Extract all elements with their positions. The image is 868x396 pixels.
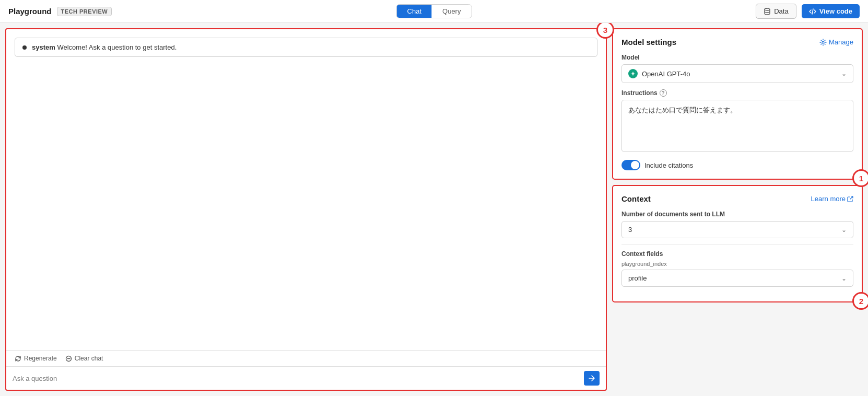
send-button[interactable] (584, 371, 600, 386)
system-message-text: Welcome! Ask a question to get started. (55, 43, 177, 51)
model-dropdown-chevron: ⌄ (841, 70, 847, 77)
chat-input[interactable] (13, 375, 580, 382)
send-icon (588, 375, 595, 382)
svg-point-0 (765, 8, 770, 10)
learn-more-label: Learn more (811, 195, 846, 203)
context-card-header: Context Learn more (621, 194, 853, 203)
model-settings-badge: 1 (852, 169, 868, 187)
database-icon (764, 8, 771, 15)
clear-chat-label: Clear chat (75, 355, 103, 362)
learn-more-link[interactable]: Learn more (811, 195, 853, 203)
model-field-label: Model (621, 54, 853, 61)
manage-label: Manage (829, 38, 853, 46)
regenerate-label: Regenerate (24, 355, 57, 362)
model-value: OpenAI GPT-4o (642, 70, 690, 78)
openai-icon (628, 69, 638, 78)
citations-toggle[interactable] (621, 160, 640, 170)
manage-link[interactable]: Manage (819, 38, 853, 46)
header-tabs: Chat Query (396, 4, 472, 18)
context-fields-label: Context fields (621, 250, 853, 258)
external-link-icon (847, 196, 853, 202)
model-dropdown[interactable]: OpenAI GPT-4o ⌄ (621, 64, 853, 83)
index-value: profile (628, 274, 647, 282)
right-panel: Model settings Manage Model (612, 23, 868, 396)
code-icon (809, 8, 816, 15)
clear-chat-button[interactable]: Clear chat (65, 355, 103, 362)
data-button[interactable]: Data (756, 4, 796, 19)
chat-messages: system Welcome! Ask a question to get st… (6, 29, 606, 350)
instructions-field-label: Instructions ? (621, 89, 853, 97)
index-value-dropdown[interactable]: profile ⌄ (621, 270, 853, 287)
header: Playground TECH PREVIEW Chat Query Data … (0, 0, 868, 23)
docs-count-value: 3 (628, 226, 632, 234)
system-message: system Welcome! Ask a question to get st… (15, 38, 597, 57)
context-title: Context (621, 194, 651, 203)
app-logo: Playground (8, 7, 52, 16)
context-card: Context Learn more Number of documents s… (612, 185, 863, 302)
model-icon-group: OpenAI GPT-4o (628, 69, 690, 78)
chat-input-row (6, 366, 606, 390)
chat-actions: Regenerate Clear chat (6, 351, 606, 366)
model-settings-header: Model settings Manage (621, 38, 853, 46)
model-settings-card: Model settings Manage Model (612, 28, 863, 180)
tab-query[interactable]: Query (432, 5, 471, 18)
system-text: system Welcome! Ask a question to get st… (32, 43, 177, 51)
citations-label: Include citations (644, 161, 693, 169)
system-label: system (32, 43, 55, 51)
context-divider (621, 244, 853, 245)
model-settings-title: Model settings (621, 38, 676, 46)
chat-panel: 3 system Welcome! Ask a question to get … (5, 28, 607, 391)
regenerate-icon (15, 355, 21, 362)
data-button-label: Data (774, 7, 788, 15)
tech-preview-badge: TECH PREVIEW (57, 7, 112, 16)
chat-badge: 3 (596, 21, 614, 39)
regenerate-button[interactable]: Regenerate (15, 355, 57, 362)
docs-count-chevron: ⌄ (841, 226, 847, 234)
system-dot (22, 45, 27, 50)
main-layout: 3 system Welcome! Ask a question to get … (0, 23, 868, 396)
header-actions: Data View code (756, 4, 860, 19)
index-label: playground_index (621, 261, 853, 267)
view-code-label: View code (819, 7, 852, 15)
citations-toggle-row: Include citations (621, 160, 853, 170)
manage-icon (819, 39, 827, 46)
view-code-button[interactable]: View code (802, 4, 860, 18)
chat-footer: Regenerate Clear chat (6, 350, 606, 390)
context-badge: 2 (852, 292, 868, 310)
instructions-info-icon[interactable]: ? (660, 89, 667, 97)
tab-chat[interactable]: Chat (397, 5, 432, 18)
docs-count-dropdown[interactable]: 3 ⌄ (621, 221, 853, 238)
instructions-textarea[interactable]: あなたはため口で質問に答えます。 (621, 100, 853, 152)
clear-icon (65, 355, 72, 362)
svg-point-2 (822, 41, 824, 43)
index-chevron: ⌄ (841, 275, 847, 282)
docs-sent-label: Number of documents sent to LLM (621, 211, 853, 218)
